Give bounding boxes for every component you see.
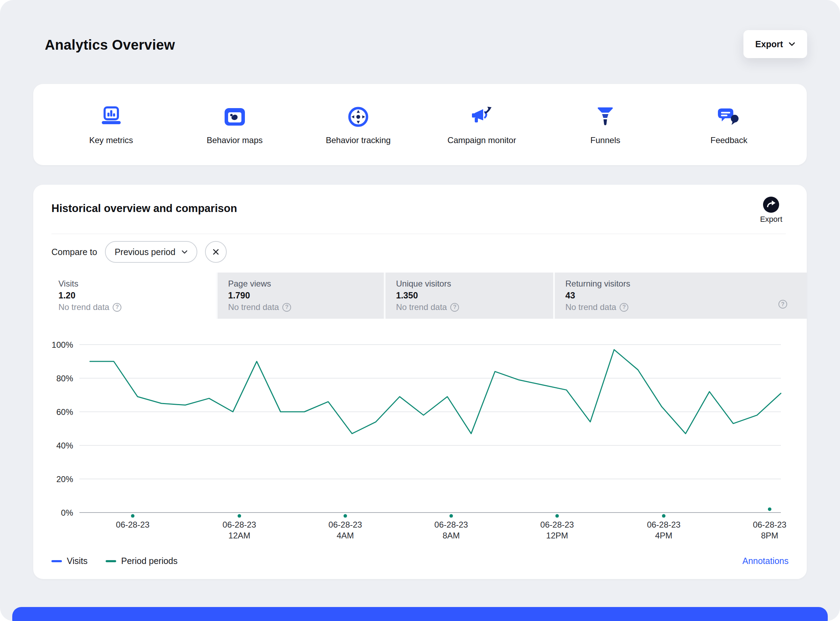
- bottom-bar: [12, 607, 828, 621]
- svg-text:60%: 60%: [56, 407, 73, 417]
- metric-trend: No trend data: [396, 302, 553, 312]
- svg-text:80%: 80%: [56, 374, 73, 383]
- svg-text:20%: 20%: [56, 474, 73, 484]
- feedback-icon: [716, 104, 741, 129]
- nav-item-label: Funnels: [590, 135, 620, 145]
- module-nav: Key metrics Behavior maps: [33, 84, 807, 165]
- svg-text:40%: 40%: [56, 441, 73, 450]
- metric-trend-label: No trend data: [565, 302, 616, 312]
- panel-export-label: Export: [760, 215, 782, 224]
- chart: 0%20%40%60%80%100%06-28-2306-28-2312AM06…: [33, 336, 807, 548]
- nav-item-label: Key metrics: [89, 135, 133, 145]
- nav-item-campaign-monitor[interactable]: Campaign monitor: [420, 104, 544, 145]
- metric-value: 1.350: [396, 290, 553, 300]
- svg-text:06-28-23: 06-28-23: [647, 520, 681, 529]
- nav-item-behavior-maps[interactable]: Behavior maps: [173, 104, 296, 145]
- svg-text:06-28-23: 06-28-23: [116, 520, 149, 529]
- chart-legend: Visits Period periods Annotations: [33, 556, 807, 566]
- compare-period-dropdown[interactable]: Previous period: [105, 241, 198, 263]
- legend-label: Visits: [67, 556, 88, 566]
- metric-trend-label: No trend data: [228, 302, 279, 312]
- metric-tab-page-views[interactable]: Page views 1.790 No trend data: [218, 273, 384, 319]
- export-icon: [763, 197, 779, 213]
- funnel-icon: [593, 104, 618, 129]
- svg-text:8AM: 8AM: [443, 531, 460, 540]
- legend-item-visits[interactable]: Visits: [51, 556, 88, 566]
- svg-text:06-28-23: 06-28-23: [753, 520, 787, 529]
- panel-title: Historical overview and comparison: [51, 199, 237, 215]
- metric-tab-returning-visitors[interactable]: Returning visitors 43 No trend data: [555, 273, 807, 319]
- nav-item-label: Behavior tracking: [326, 135, 390, 145]
- svg-text:12AM: 12AM: [229, 531, 250, 540]
- nav-item-label: Feedback: [711, 135, 747, 145]
- metric-label: Returning visitors: [565, 279, 807, 289]
- help-icon[interactable]: [113, 303, 121, 312]
- behavior-maps-icon: [222, 104, 247, 129]
- legend-swatch-period-periods: [106, 560, 116, 562]
- metric-value: 1.20: [58, 290, 216, 300]
- chevron-down-icon: [182, 250, 188, 254]
- svg-text:06-28-23: 06-28-23: [222, 520, 256, 529]
- metric-label: Unique visitors: [396, 279, 553, 289]
- compare-to-label: Compare to: [51, 247, 97, 257]
- metric-tab-visits[interactable]: Visits 1.20 No trend data: [33, 273, 216, 319]
- legend-item-period-periods[interactable]: Period periods: [106, 556, 177, 566]
- help-icon[interactable]: [450, 303, 459, 312]
- svg-text:06-28-23: 06-28-23: [434, 520, 468, 529]
- metric-trend: No trend data: [565, 302, 807, 312]
- line-chart: 0%20%40%60%80%100%06-28-2306-28-2312AM06…: [51, 336, 789, 548]
- metric-tabs: Visits 1.20 No trend data Page views 1.7…: [33, 273, 807, 319]
- chevron-down-icon: [789, 42, 795, 46]
- panel-header: Historical overview and comparison Expor…: [33, 185, 807, 224]
- key-metrics-icon: [99, 104, 124, 129]
- nav-item-funnels[interactable]: Funnels: [544, 104, 667, 145]
- nav-item-key-metrics[interactable]: Key metrics: [49, 104, 173, 145]
- panel-export-button[interactable]: Export: [760, 197, 782, 224]
- analytics-app: Analytics Overview Export Key metrics: [0, 0, 840, 621]
- export-button-label: Export: [755, 39, 783, 49]
- help-icon[interactable]: [282, 303, 291, 312]
- nav-item-label: Behavior maps: [207, 135, 263, 145]
- nav-item-label: Campaign monitor: [448, 135, 516, 145]
- export-button[interactable]: Export: [743, 30, 807, 58]
- metric-label: Visits: [58, 279, 216, 289]
- nav-item-behavior-tracking[interactable]: Behavior tracking: [296, 104, 420, 145]
- svg-text:4PM: 4PM: [655, 531, 672, 540]
- svg-text:06-28-23: 06-28-23: [540, 520, 574, 529]
- close-icon: [212, 248, 220, 256]
- svg-text:06-28-23: 06-28-23: [328, 520, 362, 529]
- annotations-link[interactable]: Annotations: [742, 556, 789, 566]
- help-icon[interactable]: [778, 300, 787, 309]
- metric-trend-label: No trend data: [58, 302, 109, 312]
- metric-value: 1.790: [228, 290, 384, 300]
- historical-overview-panel: Historical overview and comparison Expor…: [33, 185, 807, 579]
- metric-trend-label: No trend data: [396, 302, 447, 312]
- svg-text:8PM: 8PM: [761, 531, 778, 540]
- behavior-tracking-icon: [346, 104, 371, 129]
- nav-item-feedback[interactable]: Feedback: [667, 104, 791, 145]
- metric-trend: No trend data: [228, 302, 384, 312]
- metric-trend: No trend data: [58, 302, 216, 312]
- svg-text:0%: 0%: [61, 508, 73, 518]
- svg-text:100%: 100%: [52, 340, 73, 350]
- metric-value: 43: [565, 290, 807, 300]
- metric-tab-unique-visitors[interactable]: Unique visitors 1.350 No trend data: [386, 273, 553, 319]
- compare-row: Compare to Previous period: [33, 234, 807, 263]
- clear-comparison-button[interactable]: [205, 241, 227, 263]
- help-icon[interactable]: [620, 303, 628, 312]
- legend-label: Period periods: [121, 556, 177, 566]
- legend-swatch-visits: [51, 560, 62, 562]
- svg-text:4AM: 4AM: [336, 531, 354, 540]
- svg-text:12PM: 12PM: [546, 531, 568, 540]
- campaign-monitor-icon: [469, 104, 494, 129]
- metric-label: Page views: [228, 279, 384, 289]
- compare-period-value: Previous period: [115, 247, 176, 257]
- page-title: Analytics Overview: [45, 37, 175, 53]
